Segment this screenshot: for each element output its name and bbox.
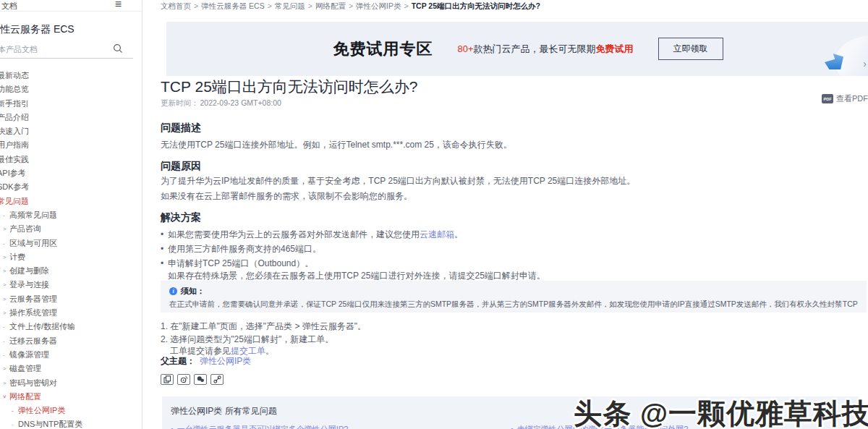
- text-segment: 如果您需要使用华为云上的云服务器对外部发送邮件，建议您使用: [168, 229, 420, 239]
- text-segment: 在"新建工单"页面，选择"产品类 > 弹性云服务器"。: [170, 321, 366, 331]
- breadcrumb-link[interactable]: 常见问题: [275, 1, 305, 10]
- sidebar-header-title: 文档: [1, 1, 17, 12]
- search-input[interactable]: [0, 43, 91, 56]
- updated-label: 更新时间：: [161, 98, 199, 107]
- sidebar-item-label: 登录与连接: [9, 278, 49, 292]
- view-pdf-label: 查看PDF: [836, 93, 868, 104]
- chevron-right-icon: ˃: [3, 306, 9, 320]
- wechat-icon[interactable]: [194, 374, 207, 385]
- banner-description: 80+款热门云产品，最长可无限期免费试用: [457, 43, 633, 56]
- sidebar-item[interactable]: ˅网络配置: [3, 390, 142, 404]
- problem-description-text: 无法使用TCP 25端口连接外部地址。例如，运行Telnet smtp.***.…: [161, 139, 868, 151]
- solution-bullet: •如果您需要使用华为云上的云服务器对外部发送邮件，建议您使用云速邮箱。: [161, 227, 868, 242]
- sidebar-item[interactable]: ˃密码与密钥对: [3, 376, 142, 390]
- breadcrumb-link[interactable]: 网络配置: [315, 1, 346, 10]
- updated-time: 更新时间：2022-09-23 GMT+08:00: [161, 98, 868, 109]
- sidebar-item-label: 磁盘管理: [9, 362, 41, 375]
- link-icon[interactable]: [210, 374, 224, 385]
- sidebar-item-label: 文件上传/数据传输: [9, 320, 75, 334]
- sidebar-item[interactable]: ˃登录与连接: [3, 278, 142, 292]
- parent-topic-link[interactable]: 弹性公网IP类: [200, 356, 251, 366]
- banner-illustration: [812, 33, 868, 76]
- sidebar-item-label: 高频常见问题: [9, 208, 57, 222]
- solution-bullet-list: •如果您需要使用华为云上的云服务器对外部发送邮件，建议您使用云速邮箱。•使用第三…: [161, 227, 868, 281]
- sidebar-item[interactable]: 最新动态: [0, 69, 142, 82]
- solution-bullet: •使用第三方邮件服务商支持的465端口。: [161, 242, 868, 256]
- doc-copy-icon[interactable]: [161, 374, 174, 385]
- chevron-right-icon: ˃: [3, 278, 9, 292]
- breadcrumb: 文档首页>弹性云服务器 ECS>常见问题>网络配置>弹性公网IP类>TCP 25…: [161, 1, 868, 12]
- sidebar-item-label: 产品介绍: [0, 111, 29, 124]
- text-segment: 工单提交请参见: [170, 346, 231, 356]
- step-row: 1. 在"新建工单"页面，选择"产品类 > 弹性云服务器"。: [161, 320, 868, 333]
- sidebar-item[interactable]: ˃磁盘管理: [3, 362, 142, 375]
- dash-icon: -: [3, 208, 9, 222]
- sidebar-item[interactable]: 用户指南: [0, 138, 142, 152]
- sidebar-item[interactable]: -文件上传/数据传输: [3, 320, 142, 334]
- steps-list: 1. 在"新建工单"页面，选择"产品类 > 弹性云服务器"。2. 选择问题类型为…: [161, 320, 868, 357]
- breadcrumb-link[interactable]: 文档首页: [161, 1, 191, 10]
- chevron-right-icon: ˃: [3, 362, 9, 375]
- sidebar-item[interactable]: SDK参考: [0, 180, 142, 194]
- parent-topic: 父主题：弹性公网IP类: [161, 355, 868, 368]
- info-icon: i: [169, 287, 177, 295]
- sidebar-item[interactable]: -镜像源管理: [3, 348, 142, 362]
- sidebar-item[interactable]: ˃云服务器管理: [3, 292, 142, 306]
- solution-bullet: •申请解封TCP 25端口（Outbound）。: [161, 256, 868, 271]
- hamburger-icon[interactable]: ≡: [115, 0, 122, 10]
- breadcrumb-link[interactable]: 弹性公网IP类: [356, 1, 401, 10]
- claim-now-button[interactable]: 立即领取: [658, 38, 723, 60]
- sidebar-item-label: 迁移云服务器: [9, 334, 57, 348]
- faq-question-link[interactable]: •一台弹性云服务器是否可以绑定多个弹性公网IP?: [171, 424, 511, 429]
- dash-icon: -: [12, 404, 18, 417]
- sidebar-item[interactable]: -弹性公网IP类: [12, 404, 142, 417]
- section-heading-problem-description: 问题描述: [161, 122, 868, 135]
- section-heading-solution: 解决方案: [161, 211, 868, 224]
- sidebar-item-label: 镜像源管理: [9, 348, 49, 362]
- breadcrumb-separator: >: [404, 1, 409, 10]
- sidebar-item[interactable]: API参考: [0, 166, 142, 180]
- bullet-dot: •: [171, 425, 174, 429]
- sidebar-item[interactable]: 快速入门: [0, 124, 142, 138]
- sidebar-item[interactable]: ˃计费: [3, 250, 142, 264]
- share-icon[interactable]: [177, 374, 190, 385]
- sidebar-item[interactable]: -DNS与NTP配置类: [12, 417, 142, 429]
- sidebar-item[interactable]: -迁移云服务器: [3, 334, 142, 348]
- sidebar-item[interactable]: 功能总览: [0, 82, 142, 96]
- text-segment: 选择问题类型为"25端口解封"，新建工单。: [170, 334, 333, 344]
- sidebar-item[interactable]: ˃产品咨询: [3, 222, 142, 236]
- inline-link[interactable]: 云速邮箱: [420, 229, 454, 239]
- chevron-right-icon[interactable]: ›: [863, 58, 867, 69]
- sidebar-item[interactable]: 最佳实践: [0, 153, 142, 166]
- sidebar-item[interactable]: 新手指引: [0, 97, 142, 111]
- sidebar-item-label: 最佳实践: [0, 153, 29, 166]
- view-pdf-button[interactable]: PDF 查看PDF: [822, 93, 868, 104]
- bullet-dot: •: [161, 242, 168, 256]
- breadcrumb-separator: >: [349, 1, 353, 10]
- sidebar-item[interactable]: ˃创建与删除: [3, 264, 142, 278]
- text-segment: 。: [454, 229, 463, 239]
- sidebar-item[interactable]: -高频常见问题: [3, 208, 142, 222]
- sidebar-item-label: 产品咨询: [9, 222, 41, 236]
- sidebar-nav: 最新动态功能总览新手指引产品介绍快速入门用户指南最佳实践API参考SDK参考常见…: [0, 69, 142, 429]
- bullet-text: 申请解封TCP 25端口（Outbound）。: [168, 256, 313, 271]
- sidebar-item-label: 计费: [9, 250, 25, 264]
- sidebar-item[interactable]: -区域与可用区: [3, 237, 142, 250]
- sidebar-item-label: 用户指南: [0, 138, 29, 152]
- sidebar-item-label: 常见问题: [0, 195, 29, 208]
- pdf-icon: PDF: [822, 94, 833, 103]
- breadcrumb-link[interactable]: 弹性云服务器 ECS: [201, 1, 265, 10]
- sidebar-item[interactable]: 常见问题: [0, 195, 142, 208]
- note-label: 须知：: [181, 286, 205, 297]
- sidebar-item[interactable]: ˃操作系统管理: [3, 306, 142, 320]
- sidebar-item-label: 密码与密钥对: [9, 376, 57, 390]
- step-row: 2. 选择问题类型为"25端口解封"，新建工单。: [161, 333, 868, 346]
- inline-link[interactable]: 提交工单: [231, 346, 265, 356]
- breadcrumb-separator: >: [268, 1, 272, 10]
- banner-title: 免费试用专区: [333, 38, 433, 60]
- search-icon[interactable]: [113, 43, 123, 56]
- chevron-right-icon: ˃: [3, 376, 9, 390]
- sidebar-item[interactable]: 产品介绍: [0, 111, 142, 124]
- sidebar-item-label: 云服务器管理: [9, 292, 57, 306]
- breadcrumb-separator: >: [194, 1, 198, 10]
